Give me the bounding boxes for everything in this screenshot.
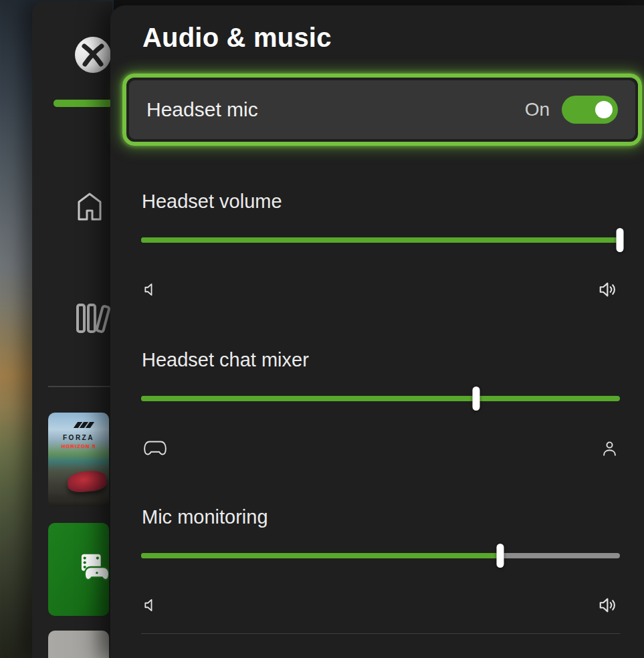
active-tab-indicator (53, 100, 112, 107)
controller-icon (142, 439, 168, 457)
forza-road-art (48, 493, 109, 506)
toggle-state-label: On (525, 99, 550, 120)
headset-volume-label: Headset volume (142, 191, 282, 213)
headset-mic-focus-ring: Headset mic On (122, 74, 642, 146)
audio-music-panel: Audio & music Headset mic On Headset vol… (110, 5, 644, 658)
slider-knob[interactable] (473, 387, 480, 411)
home-icon[interactable] (76, 189, 103, 224)
mic-monitoring-label: Mic monitoring (142, 506, 268, 528)
speaker-low-icon (142, 596, 160, 615)
slider-knob[interactable] (617, 228, 624, 252)
speaker-low-icon (142, 280, 160, 299)
headset-volume-section: Headset volume (141, 191, 620, 311)
headset-chat-mixer-label: Headset chat mixer (142, 349, 309, 371)
headset-mic-toggle[interactable] (562, 96, 618, 124)
slider-fill (141, 553, 500, 558)
media-controller-icon (80, 552, 109, 582)
forza-title: FORZA (48, 434, 109, 441)
slider-knob[interactable] (497, 544, 504, 568)
slider-fill (141, 237, 620, 243)
headset-mic-row[interactable]: Headset mic On (129, 80, 635, 139)
guide-sidebar: FORZA HORIZON 5 (32, 1, 112, 658)
sidebar-divider (48, 386, 110, 387)
library-cards-icon[interactable] (76, 302, 114, 334)
person-icon (601, 439, 619, 458)
screen: FORZA HORIZON 5 Audio & music Headset mi… (0, 0, 644, 658)
forza-subtitle: HORIZON 5 (48, 443, 109, 449)
headset-mic-label: Headset mic (146, 98, 258, 121)
mic-monitoring-section: Mic monitoring (141, 506, 620, 627)
forza-car-art (67, 470, 107, 494)
speaker-high-icon (597, 280, 619, 300)
speaker-high-icon (597, 595, 619, 615)
toggle-knob (595, 101, 613, 118)
headset-chat-mixer-section: Headset chat mixer (141, 349, 620, 469)
section-divider (141, 633, 620, 634)
capture-tile[interactable] (48, 523, 109, 616)
panel-title: Audio & music (142, 23, 332, 53)
slider-fill (141, 396, 476, 401)
mic-monitoring-slider[interactable] (141, 553, 620, 558)
forza-logo-icon (76, 422, 92, 428)
bottom-partial-tile[interactable] (48, 631, 109, 658)
headset-volume-slider[interactable] (141, 237, 620, 243)
headset-chat-mixer-slider[interactable] (141, 396, 620, 401)
forza-game-tile[interactable]: FORZA HORIZON 5 (48, 413, 109, 506)
xbox-logo-icon[interactable] (74, 36, 112, 74)
